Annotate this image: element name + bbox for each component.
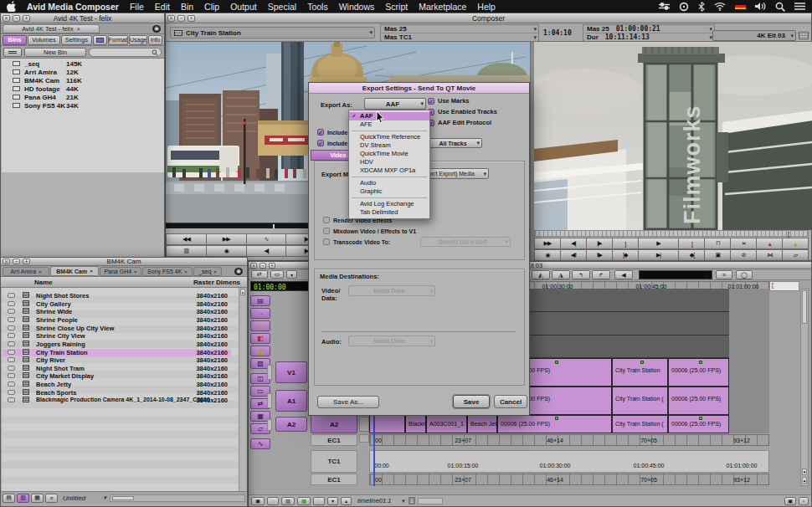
effect-button[interactable]: ◌ (267, 497, 279, 505)
record-tracking-row2[interactable]: Dur10:11:14:13 (583, 33, 714, 41)
german-flag-input-source-icon[interactable] (735, 3, 746, 10)
menu-item-quicktime-reference[interactable]: QuickTime Reference (349, 133, 429, 141)
go-to-next-button[interactable]: ‖▶ (587, 249, 613, 261)
clipboard-button[interactable]: ▱ (783, 249, 809, 261)
color-indicator-button[interactable]: ▩ (297, 497, 311, 505)
go-to-out-button[interactable]: ]◆ (613, 249, 639, 261)
sequence-selector[interactable]: 4K Eit 03 (712, 30, 796, 41)
video-quality-button[interactable]: ▣ (784, 497, 796, 505)
quad-split-button[interactable]: ▣ (705, 249, 731, 261)
redo-icon[interactable]: ↱ (592, 270, 610, 279)
menu-edit[interactable]: Edit (155, 2, 170, 12)
menu-output[interactable]: Output (230, 2, 257, 12)
clip-row[interactable]: Shrine Wide3840x2160 (3, 308, 231, 315)
record-tracking-row1[interactable]: Mas 2501:00:00:21 (583, 25, 714, 33)
tool-segment-overwrite-icon[interactable]: ◧ (250, 333, 270, 344)
sync-icon[interactable] (679, 2, 689, 12)
tab-sony-fs5[interactable]: Sony FS5 4K× (142, 267, 193, 276)
tab-pana-gh4[interactable]: Pana GH4× (100, 267, 141, 276)
track-label-ec2[interactable]: EC1 (311, 474, 357, 485)
tool-extract-icon[interactable]: → (250, 308, 270, 319)
composer-title-bar[interactable]: Composer (166, 13, 811, 23)
menu-item-xdcam[interactable]: XDCAM MXF OP1a (349, 166, 429, 175)
tab-menu-button[interactable]: ◉ (152, 25, 161, 33)
bluetooth-icon[interactable] (698, 2, 705, 12)
tab-bm4k-cam[interactable]: BM4K Cam× (50, 266, 99, 276)
bin-item[interactable]: Arri Amira12K (3, 69, 156, 76)
zoom-button[interactable] (269, 263, 275, 269)
close-button[interactable] (3, 259, 10, 264)
clip-row[interactable]: Beach Sports3840x2160 (3, 389, 231, 397)
clip-row[interactable]: Night Shot Stores3840x2160 (3, 292, 231, 300)
menu-item-tab-delimited[interactable]: Tab Delimited (349, 208, 429, 217)
source-clip-selector[interactable]: City Train Station (170, 27, 375, 38)
transcode-row[interactable]: Transcode Video To: (323, 238, 390, 245)
bin-horizontal-scrollbar[interactable] (110, 494, 245, 502)
overwrite-button[interactable]: ▲ (783, 238, 809, 249)
record-position-bar[interactable]: [ (534, 230, 809, 237)
frame-view-button[interactable]: ▦ (31, 494, 44, 503)
bin-item[interactable]: Sony FS5 4K34K (3, 102, 156, 110)
use-enabled-tracks-row[interactable]: Use Enabled Tracks (428, 108, 497, 115)
grid-button[interactable]: ▥ (166, 245, 207, 257)
mark-in-button[interactable]: [ (679, 238, 705, 249)
project-title-bar[interactable]: Avid 4K Test - felix (1, 13, 164, 23)
undo-icon[interactable]: ↰ (572, 270, 590, 279)
notification-list-icon[interactable] (794, 2, 805, 11)
track-label-tc1[interactable]: TC1 (311, 450, 357, 473)
menu-item-dv-stream[interactable]: DV Stream (349, 141, 429, 150)
bin-search-input[interactable] (89, 48, 162, 57)
clip-row[interactable]: City Gallery3840x2160 (3, 300, 231, 308)
script-view-button[interactable]: ≡ (45, 494, 58, 503)
tab-seq[interactable]: _seq× (193, 267, 222, 276)
track-button-v1[interactable]: V1 (275, 361, 307, 383)
zoom-button[interactable] (23, 15, 30, 22)
menu-item-avid-log-exchange[interactable]: Avid Log Exchange (349, 200, 429, 208)
menu-bin[interactable]: Bin (181, 2, 193, 12)
mixdown-checkbox[interactable] (323, 228, 330, 234)
tab-format[interactable]: Format (108, 35, 128, 45)
spotlight-search-icon[interactable] (775, 2, 785, 12)
rewind-button[interactable]: ◀◀ (166, 233, 207, 245)
menu-tools[interactable]: Tools (307, 2, 328, 12)
new-bin-button[interactable]: New Bin (24, 48, 86, 57)
clip-row[interactable]: Shrine City View3840x2160 (3, 332, 231, 340)
zoom-button[interactable] (188, 15, 195, 22)
timeline-clip[interactable]: 00006 (25.00 FPS) (668, 387, 729, 415)
timeline-clip[interactable]: City Train Station (612, 358, 668, 387)
dialog-title-bar[interactable]: Export Settings - Send To QT Movie (309, 83, 529, 94)
project-tab[interactable]: Avid 4K Test - felix× (3, 24, 100, 33)
source-tracking-row1[interactable]: Mas 25 (381, 25, 538, 33)
menu-item-audio[interactable]: Audio (349, 179, 429, 187)
trim-mode-button[interactable]: ≍ (731, 238, 757, 249)
render-effect-button[interactable]: ∿ (247, 233, 287, 245)
ec1-ruler[interactable]: 00 23+07 46+14 70+05 93+12 (369, 434, 769, 446)
bin-title-bar[interactable]: BM4K Cam (1, 258, 247, 266)
menu-windows[interactable]: Windows (339, 2, 375, 12)
render-button[interactable]: ▥ (281, 497, 295, 505)
timeline-view-button[interactable]: ▣ (251, 497, 265, 505)
project-folder-icon[interactable] (93, 35, 107, 45)
clear-in-button[interactable]: ◆[ (679, 249, 705, 261)
tab-arri-amira[interactable]: Arri Amira× (3, 267, 49, 276)
minimize-button[interactable] (260, 263, 266, 269)
tc1-ruler[interactable]: 00:00 01:00:15:00 01:00:30:00 01:00:45:0… (369, 450, 769, 473)
bin-item[interactable]: BM4K Cam116K (3, 77, 156, 84)
toggles-icon[interactable] (659, 2, 670, 11)
close-button[interactable] (250, 263, 257, 269)
menu-clip[interactable]: Clip (204, 2, 219, 12)
tool-segment-splice-icon[interactable]: ◨ (250, 346, 270, 356)
tab-volumes[interactable]: Volumes (28, 35, 60, 45)
timeline-clip[interactable]: A003C001_1 (426, 415, 467, 433)
tab-info[interactable]: Info (148, 35, 162, 45)
include-audio-checkbox[interactable] (317, 140, 324, 146)
fast-forward-button[interactable]: ▶▶ (534, 238, 561, 249)
save-button[interactable]: Save (453, 395, 490, 408)
app-menu-title[interactable]: Avid Media Composer (27, 2, 119, 12)
menu-item-afe[interactable]: AFE (349, 120, 429, 129)
menu-special[interactable]: Special (268, 2, 296, 12)
ec2-ruler[interactable]: 00 23+07 46+14 70+05 93+12 (369, 474, 769, 485)
mute-button[interactable]: ◌ (313, 497, 325, 505)
apple-menu-icon[interactable] (7, 1, 16, 12)
tab-menu-button[interactable]: ◉ (234, 268, 243, 275)
